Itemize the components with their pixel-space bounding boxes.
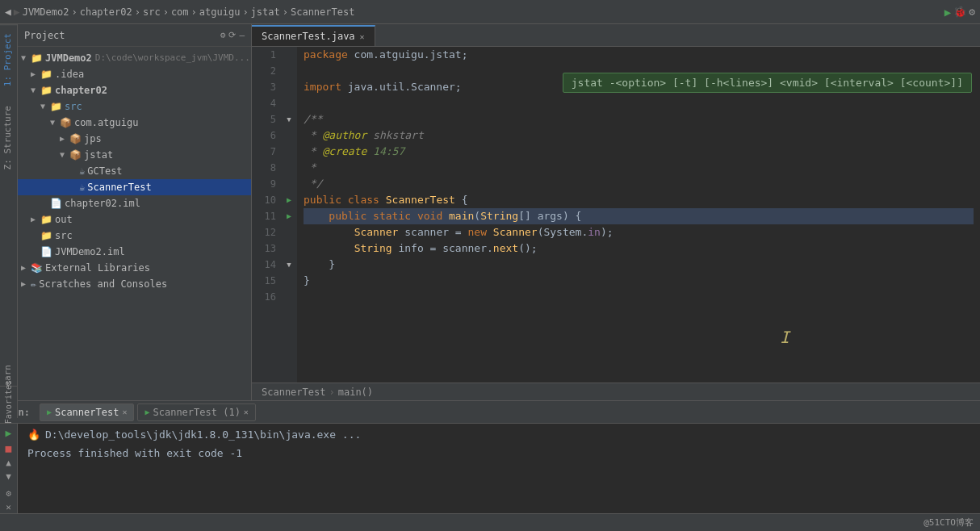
folder-icon: 📁 bbox=[40, 66, 52, 82]
tree-label: com.atguigu bbox=[74, 115, 138, 131]
arrow-icon: ▶ bbox=[21, 276, 31, 292]
toolbar-forward[interactable]: ▶ bbox=[14, 6, 20, 18]
code-line-9: */ bbox=[304, 176, 974, 192]
tree-label: chapter02 bbox=[55, 82, 107, 98]
sync-icon[interactable]: ⟳ bbox=[228, 30, 236, 40]
tree-item-scannertest[interactable]: ☕ ScannerTest bbox=[18, 179, 251, 195]
run-tab-icon: ▶ bbox=[47, 408, 52, 416]
breadcrumb-sep: › bbox=[329, 387, 334, 398]
run-play-icon[interactable]: ▶ bbox=[6, 427, 12, 439]
toolbar-src: src bbox=[143, 6, 161, 18]
run-up-icon[interactable]: ▲ bbox=[6, 458, 11, 468]
gear-icon[interactable]: ⚙ bbox=[220, 30, 226, 40]
tree-item-com-atguigu[interactable]: ▼ 📦 com.atguigu bbox=[18, 115, 251, 131]
tree-item-idea[interactable]: ▶ 📁 .idea bbox=[18, 66, 251, 82]
code-editor[interactable]: 1 2 3 4 5 6 7 8 9 10 11 12 13 14 15 16 bbox=[252, 47, 980, 383]
minimize-icon[interactable]: – bbox=[239, 30, 245, 40]
toolbar-sep4: › bbox=[191, 6, 197, 18]
toolbar-back[interactable]: ◀ bbox=[5, 6, 11, 18]
tree-item-jps[interactable]: ▶ 📦 jps bbox=[18, 131, 251, 147]
tree-item-chapter02-iml[interactable]: 📄 chapter02.iml bbox=[18, 195, 251, 211]
toolbar-scanner: ScannerTest bbox=[291, 6, 354, 18]
tree-label: jps bbox=[84, 131, 102, 147]
tree-item-gctest[interactable]: ☕ GCTest bbox=[18, 163, 251, 179]
tab-structure[interactable]: Z: Structure bbox=[0, 98, 17, 178]
arrow-icon: ▼ bbox=[21, 50, 31, 66]
run-tab-1[interactable]: ▶ ScannerTest ✕ bbox=[40, 403, 135, 421]
run-arrow-11[interactable]: ▶ bbox=[287, 208, 291, 224]
java-icon: ☕ bbox=[79, 179, 85, 195]
settings-icon[interactable]: ⚙ bbox=[969, 6, 975, 18]
file-icon: 📄 bbox=[40, 244, 52, 260]
tree-item-jvmdemo2-iml[interactable]: 📄 JVMDemo2.iml bbox=[18, 244, 251, 260]
breadcrumb-class[interactable]: ScannerTest bbox=[262, 387, 325, 398]
folder-icon: 📁 bbox=[40, 211, 52, 228]
breadcrumb-method[interactable]: main() bbox=[338, 387, 373, 398]
run-content: ▶ ■ ▲ ▼ ⚙ ✕ 🔥 D:\develop_tools\jdk\jdk1.… bbox=[0, 424, 980, 513]
run-button[interactable]: ▶ bbox=[944, 6, 951, 19]
libs-icon: 📚 bbox=[31, 260, 43, 276]
toolbar-atguigu: atguigu bbox=[199, 6, 241, 18]
bottom-status-bar: @51CTO博客 bbox=[0, 513, 980, 531]
run-close-icon[interactable]: ✕ bbox=[6, 502, 11, 512]
tab-project[interactable]: 1: Project bbox=[0, 24, 17, 94]
run-tab-close-icon2[interactable]: ✕ bbox=[244, 408, 249, 416]
arrow-icon: ▶ bbox=[21, 260, 31, 276]
src-icon: 📁 bbox=[50, 98, 62, 115]
arrow-icon: ▶ bbox=[60, 131, 69, 147]
toolbar-sep5: › bbox=[242, 6, 248, 18]
run-tab-2[interactable]: ▶ ScannerTest (1) ✕ bbox=[137, 403, 255, 421]
tree-item-out[interactable]: ▶ 📁 out bbox=[18, 211, 251, 228]
arrow-icon: ▼ bbox=[60, 147, 69, 163]
tree-label: chapter02.iml bbox=[65, 195, 140, 211]
tree-item-jvmdemo2[interactable]: ▼ 📁 JVMDemo2 D:\code\workspace_jvm\JVMD.… bbox=[18, 50, 251, 66]
tree-path: D:\code\workspace_jvm\JVMD... bbox=[95, 50, 250, 66]
code-line-10: public class ScannerTest { bbox=[304, 192, 974, 208]
project-title: Project bbox=[24, 30, 220, 41]
tree-item-src2[interactable]: 📁 src bbox=[18, 228, 251, 244]
tab-close-icon[interactable]: ✕ bbox=[360, 32, 365, 41]
arrow-icon: ▼ bbox=[40, 98, 50, 115]
tab-scannertest[interactable]: ScannerTest.java ✕ bbox=[252, 25, 375, 46]
tree-item-scratches[interactable]: ▶ ✏ Scratches and Consoles bbox=[18, 276, 251, 292]
file-icon: 📄 bbox=[50, 195, 62, 211]
scratch-icon: ✏ bbox=[31, 276, 36, 292]
code-content[interactable]: package com.atguigu.jstat; import java.u… bbox=[297, 47, 980, 383]
folder-icon: 📁 bbox=[40, 82, 52, 98]
tree-item-chapter02[interactable]: ▼ 📁 chapter02 bbox=[18, 82, 251, 98]
tree-item-jstat[interactable]: ▼ 📦 jstat bbox=[18, 147, 251, 163]
tree-item-src[interactable]: ▼ 📁 src bbox=[18, 98, 251, 115]
tree-label: jstat bbox=[84, 147, 113, 163]
tree-label: ScannerTest bbox=[87, 179, 151, 195]
tree-label: GCTest bbox=[87, 163, 122, 179]
tree-label: JVMDemo2 bbox=[45, 50, 92, 66]
code-line-13: String info = scanner.next(); bbox=[304, 240, 974, 257]
run-tab-icon2: ▶ bbox=[144, 408, 149, 416]
editor-breadcrumb: ScannerTest › main() bbox=[252, 383, 980, 400]
code-line-7: * @create 14:57 bbox=[304, 144, 974, 160]
code-line-15: } bbox=[304, 273, 974, 289]
run-settings-icon[interactable]: ⚙ bbox=[6, 488, 11, 499]
code-line-1: package com.atguigu.jstat; bbox=[304, 47, 974, 63]
favorites-bar[interactable]: Favorites bbox=[0, 386, 18, 418]
code-line-16 bbox=[304, 289, 974, 305]
package-icon: 📦 bbox=[69, 147, 82, 163]
code-line-5: /** bbox=[304, 111, 974, 128]
project-panel-header: Project ⚙ ⟳ – bbox=[18, 24, 251, 47]
toolbar-sep3: › bbox=[163, 6, 169, 18]
code-line-12: Scanner scanner = new Scanner(System.in)… bbox=[304, 224, 974, 240]
code-line-14: } bbox=[304, 257, 974, 273]
arrow-icon: ▶ bbox=[31, 66, 40, 82]
run-tab-close-icon[interactable]: ✕ bbox=[122, 408, 127, 416]
debug-button[interactable]: 🐞 bbox=[953, 6, 966, 18]
run-arrow-10[interactable]: ▶ bbox=[287, 192, 291, 208]
run-panel: Run: ▶ ScannerTest ✕ ▶ ScannerTest (1) ✕… bbox=[0, 400, 980, 513]
tree-item-ext-libs[interactable]: ▶ 📚 External Libraries bbox=[18, 260, 251, 276]
project-panel: Project ⚙ ⟳ – ▼ 📁 JVMDemo2 D:\code\works… bbox=[18, 24, 252, 400]
run-stop-icon[interactable]: ■ bbox=[6, 442, 12, 454]
toolbar-jstat: jstat bbox=[251, 6, 280, 18]
run-command-text: D:\develop_tools\jdk\jdk1.8.0_131\bin\ja… bbox=[45, 429, 361, 441]
run-down-icon[interactable]: ▼ bbox=[6, 471, 11, 482]
tree-label: Scratches and Consoles bbox=[39, 276, 167, 292]
tooltip-box: jstat -<option> [-t] [-h<lines>] <vmid> … bbox=[563, 73, 972, 93]
